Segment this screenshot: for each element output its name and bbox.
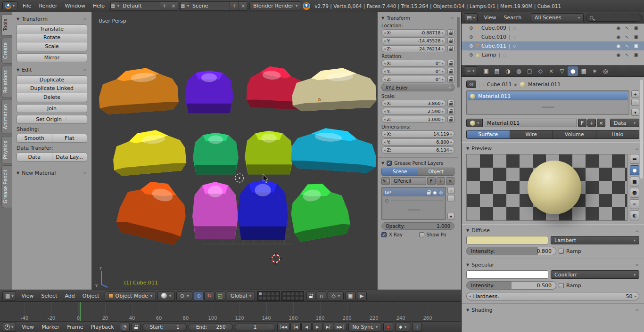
current-frame-playhead[interactable]: [80, 302, 81, 321]
expand-icon[interactable]: ⊕: [469, 43, 473, 49]
properties-tab-modifiers[interactable]: ×: [546, 66, 556, 76]
car-orange[interactable]: [97, 66, 179, 115]
increment-arrow-icon[interactable]: ▸: [635, 294, 636, 298]
keying-set-dropdown[interactable]: ◆▾: [395, 323, 410, 332]
lock-time-button[interactable]: [132, 323, 140, 332]
lock-toggle[interactable]: [447, 37, 454, 44]
view3d-menu-select[interactable]: Select: [38, 292, 61, 300]
set-origin-dropdown[interactable]: Set Origin⇕: [17, 115, 87, 124]
preview-monkey-button[interactable]: ☻: [630, 188, 639, 198]
layer-toggle[interactable]: [282, 296, 286, 300]
number-field-z-24-76214[interactable]: ◂Z:24.76214▸: [381, 45, 446, 52]
mirror-button[interactable]: Mirror: [17, 53, 87, 62]
gp-browse-button[interactable]: ✎▾: [381, 177, 390, 185]
panel-drag-grip[interactable]: ≡: [635, 228, 639, 233]
screen-layout-browse-button[interactable]: ▦▾: [110, 2, 119, 10]
cursor-3d[interactable]: [270, 252, 282, 265]
timeline-menu-frame[interactable]: Frame: [63, 323, 87, 332]
render-opengl-button[interactable]: ▣: [345, 292, 355, 300]
panel-header-edit[interactable]: ▼Edit≡: [17, 67, 87, 73]
material-type-halo[interactable]: Halo: [596, 130, 640, 139]
layer-toggle[interactable]: [263, 296, 266, 300]
tool-tab-relations[interactable]: Relations: [1, 65, 12, 97]
layer-toggle[interactable]: [299, 292, 303, 296]
diffuse-ramp-toggle[interactable]: Ramp: [559, 248, 639, 254]
increment-arrow-icon[interactable]: ▸: [450, 132, 452, 136]
panel-header-grease-pencil[interactable]: ▼ ✓ Grease Pencil Layers: [381, 161, 454, 166]
gp-color-swatch-icon[interactable]: ⊙: [385, 198, 388, 203]
gp-layer-row[interactable]: GP ◉ ◎: [383, 188, 445, 196]
decrement-arrow-icon[interactable]: ◂: [384, 62, 386, 65]
screen-layout-name[interactable]: Default: [119, 3, 160, 9]
insert-keyframe-button[interactable]: +: [412, 323, 422, 332]
manipulator-scale-button[interactable]: ◱: [215, 292, 225, 300]
editor-type-info-button[interactable]: ▾: [2, 1, 17, 10]
gp-opacity-slider[interactable]: Opacity: 1.000: [381, 222, 454, 230]
layer-toggle[interactable]: [287, 292, 290, 296]
data-transfer-data-button[interactable]: Data: [17, 153, 52, 162]
decrement-arrow-icon[interactable]: ◂: [384, 70, 386, 73]
increment-arrow-icon[interactable]: ▸: [442, 62, 444, 65]
remove-material-slot-button[interactable]: −: [631, 99, 639, 106]
visibility-eye-icon[interactable]: ◉: [616, 34, 620, 40]
gp-datablock-name-field[interactable]: GPencil: [391, 177, 426, 185]
increment-arrow-icon[interactable]: ▸: [228, 325, 230, 329]
increment-arrow-icon[interactable]: ▸: [182, 325, 183, 329]
tool-tab-animation[interactable]: Animation: [1, 99, 12, 134]
outliner-menu-search[interactable]: Search: [500, 13, 526, 22]
pin-id-button[interactable]: ⊙: [466, 81, 476, 88]
lock-toggle[interactable]: [447, 29, 454, 36]
decrement-arrow-icon[interactable]: ◂: [469, 294, 471, 298]
layer-toggle[interactable]: [258, 292, 262, 296]
lock-toggle[interactable]: [447, 108, 454, 115]
record-button[interactable]: [383, 323, 393, 332]
properties-tab-object-data[interactable]: ▽: [557, 66, 567, 76]
specular-intensity-slider[interactable]: Intensity:0.500: [466, 281, 556, 290]
editor-type-3dview-button[interactable]: ▦▾: [2, 292, 16, 300]
layer-toggle[interactable]: [263, 292, 266, 296]
car-rust[interactable]: [114, 174, 192, 246]
scrollbar[interactable]: [457, 17, 460, 88]
layer-toggle[interactable]: [258, 296, 262, 300]
number-field-y-14-45528[interactable]: ◂Y:-14.45528▸: [381, 37, 446, 44]
expand-icon[interactable]: ⊕: [469, 34, 473, 40]
viewport-3d[interactable]: z y User Persp (1) Cube.011: [92, 12, 377, 290]
panel-drag-grip[interactable]: ≡: [450, 16, 454, 21]
increment-arrow-icon[interactable]: ▸: [442, 39, 444, 43]
render-camera-icon[interactable]: ▣: [634, 25, 638, 31]
car-yellow[interactable]: [111, 128, 187, 177]
outliner-filter-dropdown[interactable]: All Scenes▾: [531, 13, 584, 22]
layer-toggle[interactable]: [282, 292, 286, 296]
gp-layer-visibility-icon[interactable]: ◉: [433, 190, 437, 195]
decrement-arrow-icon[interactable]: ◂: [384, 39, 386, 43]
play-reverse-button[interactable]: ◀: [301, 323, 312, 331]
car-magenta[interactable]: [192, 182, 238, 239]
hardness-field[interactable]: ◂Hardness:50▸: [466, 292, 639, 300]
view3d-menu-view[interactable]: View: [17, 292, 37, 300]
gp-panel-checkbox[interactable]: ✓: [387, 161, 392, 166]
gp-layer-remove-button[interactable]: −: [447, 195, 454, 202]
selectability-arrow-icon[interactable]: ↖: [625, 34, 629, 40]
gp-layer-specials-button[interactable]: ▾: [447, 213, 454, 220]
material-slot-list[interactable]: Material.011: [466, 90, 629, 115]
increment-arrow-icon[interactable]: ▸: [442, 70, 444, 73]
decrement-arrow-icon[interactable]: ◂: [384, 118, 386, 121]
layer-toggle[interactable]: [275, 292, 279, 296]
lock-to-scene-button[interactable]: [306, 292, 315, 300]
number-field-z-6-134[interactable]: ◂Z:6.134▸: [381, 146, 454, 154]
visibility-eye-icon[interactable]: ◉: [616, 25, 620, 31]
jump-to-end-button[interactable]: ▶▶|: [334, 323, 347, 331]
render-opengl-anim-button[interactable]: ▶: [357, 292, 366, 300]
menu-file[interactable]: File: [19, 1, 35, 10]
panel-header-new-material[interactable]: ▼New Material≡: [17, 170, 87, 176]
properties-tab-texture[interactable]: ▦: [578, 66, 589, 76]
number-field-y-2-590[interactable]: ◂Y:2.590▸: [381, 108, 446, 115]
play-button[interactable]: ▶: [312, 323, 322, 331]
decrement-arrow-icon[interactable]: ◂: [384, 47, 386, 51]
panel-header-diffuse[interactable]: ▼Diffuse≡: [466, 227, 639, 234]
properties-tab-object[interactable]: ▢: [524, 66, 535, 76]
scene-name[interactable]: Scene: [189, 3, 230, 9]
panel-header-specular[interactable]: ▼Specular≡: [466, 262, 639, 268]
delete-scene-button[interactable]: ×: [239, 2, 248, 10]
orientation-dropdown[interactable]: Global▾: [227, 292, 255, 300]
